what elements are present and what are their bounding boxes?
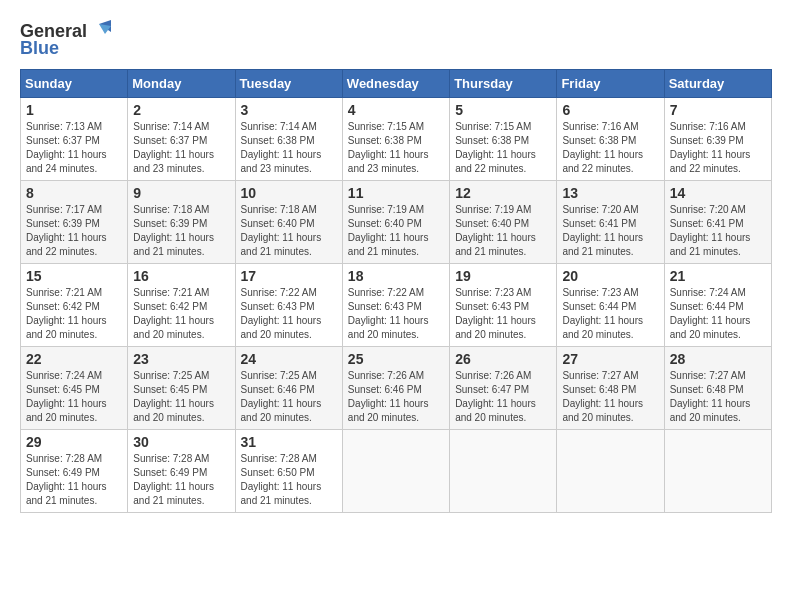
day-number: 13 xyxy=(562,185,658,201)
calendar-cell: 2Sunrise: 7:14 AM Sunset: 6:37 PM Daylig… xyxy=(128,98,235,181)
day-info: Sunrise: 7:20 AM Sunset: 6:41 PM Dayligh… xyxy=(562,203,658,259)
day-number: 1 xyxy=(26,102,122,118)
calendar-cell: 21Sunrise: 7:24 AM Sunset: 6:44 PM Dayli… xyxy=(664,264,771,347)
calendar-cell: 12Sunrise: 7:19 AM Sunset: 6:40 PM Dayli… xyxy=(450,181,557,264)
column-header-thursday: Thursday xyxy=(450,70,557,98)
calendar-week-row: 29Sunrise: 7:28 AM Sunset: 6:49 PM Dayli… xyxy=(21,430,772,513)
day-number: 27 xyxy=(562,351,658,367)
day-info: Sunrise: 7:28 AM Sunset: 6:49 PM Dayligh… xyxy=(133,452,229,508)
day-number: 7 xyxy=(670,102,766,118)
column-header-sunday: Sunday xyxy=(21,70,128,98)
day-info: Sunrise: 7:25 AM Sunset: 6:46 PM Dayligh… xyxy=(241,369,337,425)
day-number: 2 xyxy=(133,102,229,118)
day-info: Sunrise: 7:28 AM Sunset: 6:50 PM Dayligh… xyxy=(241,452,337,508)
day-number: 3 xyxy=(241,102,337,118)
calendar-week-row: 22Sunrise: 7:24 AM Sunset: 6:45 PM Dayli… xyxy=(21,347,772,430)
calendar-cell: 23Sunrise: 7:25 AM Sunset: 6:45 PM Dayli… xyxy=(128,347,235,430)
day-info: Sunrise: 7:26 AM Sunset: 6:46 PM Dayligh… xyxy=(348,369,444,425)
calendar-cell: 19Sunrise: 7:23 AM Sunset: 6:43 PM Dayli… xyxy=(450,264,557,347)
calendar-week-row: 8Sunrise: 7:17 AM Sunset: 6:39 PM Daylig… xyxy=(21,181,772,264)
column-header-monday: Monday xyxy=(128,70,235,98)
day-info: Sunrise: 7:18 AM Sunset: 6:40 PM Dayligh… xyxy=(241,203,337,259)
calendar-cell: 5Sunrise: 7:15 AM Sunset: 6:38 PM Daylig… xyxy=(450,98,557,181)
calendar-cell: 3Sunrise: 7:14 AM Sunset: 6:38 PM Daylig… xyxy=(235,98,342,181)
day-number: 8 xyxy=(26,185,122,201)
logo: General Blue xyxy=(20,20,111,59)
calendar-cell: 16Sunrise: 7:21 AM Sunset: 6:42 PM Dayli… xyxy=(128,264,235,347)
column-header-wednesday: Wednesday xyxy=(342,70,449,98)
day-number: 12 xyxy=(455,185,551,201)
calendar-cell: 22Sunrise: 7:24 AM Sunset: 6:45 PM Dayli… xyxy=(21,347,128,430)
day-info: Sunrise: 7:19 AM Sunset: 6:40 PM Dayligh… xyxy=(348,203,444,259)
day-info: Sunrise: 7:16 AM Sunset: 6:39 PM Dayligh… xyxy=(670,120,766,176)
calendar-cell: 1Sunrise: 7:13 AM Sunset: 6:37 PM Daylig… xyxy=(21,98,128,181)
day-number: 16 xyxy=(133,268,229,284)
calendar-cell xyxy=(450,430,557,513)
day-number: 28 xyxy=(670,351,766,367)
calendar-cell: 20Sunrise: 7:23 AM Sunset: 6:44 PM Dayli… xyxy=(557,264,664,347)
calendar-cell: 11Sunrise: 7:19 AM Sunset: 6:40 PM Dayli… xyxy=(342,181,449,264)
calendar-header-row: SundayMondayTuesdayWednesdayThursdayFrid… xyxy=(21,70,772,98)
day-number: 29 xyxy=(26,434,122,450)
day-number: 20 xyxy=(562,268,658,284)
day-number: 25 xyxy=(348,351,444,367)
calendar-cell: 31Sunrise: 7:28 AM Sunset: 6:50 PM Dayli… xyxy=(235,430,342,513)
calendar-cell: 30Sunrise: 7:28 AM Sunset: 6:49 PM Dayli… xyxy=(128,430,235,513)
day-info: Sunrise: 7:18 AM Sunset: 6:39 PM Dayligh… xyxy=(133,203,229,259)
day-number: 18 xyxy=(348,268,444,284)
calendar-cell: 15Sunrise: 7:21 AM Sunset: 6:42 PM Dayli… xyxy=(21,264,128,347)
calendar-cell: 28Sunrise: 7:27 AM Sunset: 6:48 PM Dayli… xyxy=(664,347,771,430)
calendar-cell: 24Sunrise: 7:25 AM Sunset: 6:46 PM Dayli… xyxy=(235,347,342,430)
page-header: General Blue xyxy=(20,20,772,59)
day-number: 31 xyxy=(241,434,337,450)
calendar-week-row: 15Sunrise: 7:21 AM Sunset: 6:42 PM Dayli… xyxy=(21,264,772,347)
day-number: 19 xyxy=(455,268,551,284)
day-info: Sunrise: 7:22 AM Sunset: 6:43 PM Dayligh… xyxy=(348,286,444,342)
calendar-cell xyxy=(557,430,664,513)
calendar-cell: 13Sunrise: 7:20 AM Sunset: 6:41 PM Dayli… xyxy=(557,181,664,264)
day-info: Sunrise: 7:13 AM Sunset: 6:37 PM Dayligh… xyxy=(26,120,122,176)
day-number: 4 xyxy=(348,102,444,118)
day-info: Sunrise: 7:14 AM Sunset: 6:38 PM Dayligh… xyxy=(241,120,337,176)
calendar-week-row: 1Sunrise: 7:13 AM Sunset: 6:37 PM Daylig… xyxy=(21,98,772,181)
column-header-saturday: Saturday xyxy=(664,70,771,98)
calendar-cell: 26Sunrise: 7:26 AM Sunset: 6:47 PM Dayli… xyxy=(450,347,557,430)
column-header-friday: Friday xyxy=(557,70,664,98)
day-info: Sunrise: 7:24 AM Sunset: 6:45 PM Dayligh… xyxy=(26,369,122,425)
day-number: 23 xyxy=(133,351,229,367)
day-number: 11 xyxy=(348,185,444,201)
day-info: Sunrise: 7:28 AM Sunset: 6:49 PM Dayligh… xyxy=(26,452,122,508)
day-number: 6 xyxy=(562,102,658,118)
calendar-cell: 25Sunrise: 7:26 AM Sunset: 6:46 PM Dayli… xyxy=(342,347,449,430)
day-number: 10 xyxy=(241,185,337,201)
calendar-cell: 9Sunrise: 7:18 AM Sunset: 6:39 PM Daylig… xyxy=(128,181,235,264)
calendar-cell xyxy=(342,430,449,513)
logo-text-blue: Blue xyxy=(20,38,59,59)
day-info: Sunrise: 7:16 AM Sunset: 6:38 PM Dayligh… xyxy=(562,120,658,176)
calendar-cell: 27Sunrise: 7:27 AM Sunset: 6:48 PM Dayli… xyxy=(557,347,664,430)
day-number: 5 xyxy=(455,102,551,118)
logo-bird-icon xyxy=(89,20,111,42)
day-info: Sunrise: 7:21 AM Sunset: 6:42 PM Dayligh… xyxy=(26,286,122,342)
day-info: Sunrise: 7:15 AM Sunset: 6:38 PM Dayligh… xyxy=(348,120,444,176)
day-number: 17 xyxy=(241,268,337,284)
column-header-tuesday: Tuesday xyxy=(235,70,342,98)
calendar-cell: 8Sunrise: 7:17 AM Sunset: 6:39 PM Daylig… xyxy=(21,181,128,264)
day-info: Sunrise: 7:19 AM Sunset: 6:40 PM Dayligh… xyxy=(455,203,551,259)
day-info: Sunrise: 7:14 AM Sunset: 6:37 PM Dayligh… xyxy=(133,120,229,176)
day-info: Sunrise: 7:23 AM Sunset: 6:43 PM Dayligh… xyxy=(455,286,551,342)
day-info: Sunrise: 7:23 AM Sunset: 6:44 PM Dayligh… xyxy=(562,286,658,342)
day-info: Sunrise: 7:24 AM Sunset: 6:44 PM Dayligh… xyxy=(670,286,766,342)
calendar-cell: 18Sunrise: 7:22 AM Sunset: 6:43 PM Dayli… xyxy=(342,264,449,347)
day-number: 21 xyxy=(670,268,766,284)
calendar-cell: 17Sunrise: 7:22 AM Sunset: 6:43 PM Dayli… xyxy=(235,264,342,347)
calendar-cell: 29Sunrise: 7:28 AM Sunset: 6:49 PM Dayli… xyxy=(21,430,128,513)
day-info: Sunrise: 7:21 AM Sunset: 6:42 PM Dayligh… xyxy=(133,286,229,342)
day-info: Sunrise: 7:17 AM Sunset: 6:39 PM Dayligh… xyxy=(26,203,122,259)
calendar-cell: 14Sunrise: 7:20 AM Sunset: 6:41 PM Dayli… xyxy=(664,181,771,264)
calendar-cell: 6Sunrise: 7:16 AM Sunset: 6:38 PM Daylig… xyxy=(557,98,664,181)
day-number: 24 xyxy=(241,351,337,367)
day-info: Sunrise: 7:26 AM Sunset: 6:47 PM Dayligh… xyxy=(455,369,551,425)
day-info: Sunrise: 7:27 AM Sunset: 6:48 PM Dayligh… xyxy=(670,369,766,425)
calendar-table: SundayMondayTuesdayWednesdayThursdayFrid… xyxy=(20,69,772,513)
